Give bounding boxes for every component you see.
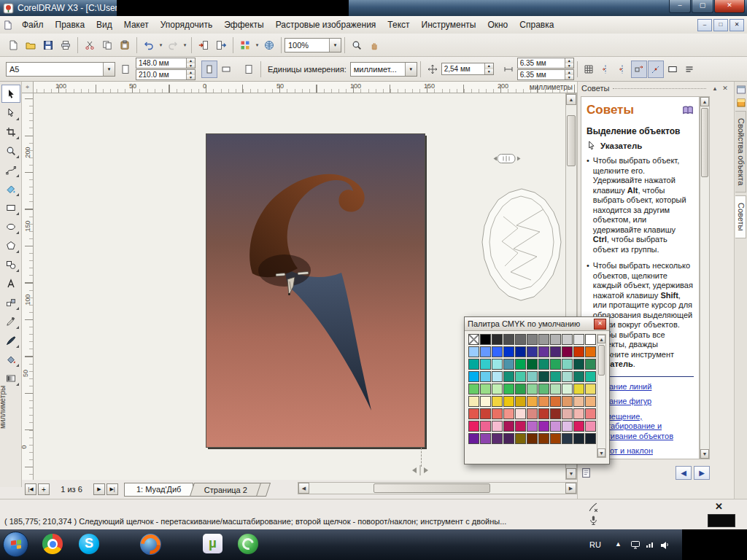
- color-swatch[interactable]: [492, 371, 503, 382]
- color-swatch[interactable]: [503, 334, 514, 345]
- nudge-field[interactable]: 2,54 мм▲▼: [441, 63, 494, 75]
- color-swatch[interactable]: [515, 359, 526, 370]
- color-swatch[interactable]: [515, 396, 526, 407]
- start-button[interactable]: [3, 532, 28, 557]
- crop-tool[interactable]: [1, 122, 20, 141]
- color-swatch[interactable]: [480, 396, 491, 407]
- color-swatch[interactable]: [585, 334, 596, 345]
- color-swatch[interactable]: [538, 346, 549, 357]
- color-swatch[interactable]: [562, 371, 573, 382]
- copy-button[interactable]: [98, 36, 116, 54]
- scroll-down-button[interactable]: ▼: [566, 468, 576, 479]
- color-swatch[interactable]: [550, 408, 561, 419]
- zoom-levels-button[interactable]: [348, 36, 365, 54]
- docker-window-icon[interactable]: [736, 85, 746, 95]
- color-swatch[interactable]: [585, 433, 596, 444]
- color-swatch[interactable]: [573, 396, 584, 407]
- color-swatch[interactable]: [515, 433, 526, 444]
- color-swatch[interactable]: [503, 396, 514, 407]
- paper-preset-combo-arrow-icon[interactable]: ▾: [103, 63, 115, 76]
- color-swatch[interactable]: [492, 346, 503, 357]
- canvas-horizontal-scrollbar[interactable]: ◀ ▶: [298, 482, 577, 494]
- smart-fill-tool[interactable]: [1, 179, 20, 198]
- color-swatch[interactable]: [468, 359, 479, 370]
- menu-item[interactable]: Растровые изображения: [270, 17, 382, 33]
- palette-close-icon[interactable]: ✕: [594, 319, 606, 330]
- palette-scroll-down[interactable]: ▼: [597, 448, 605, 457]
- color-swatch[interactable]: [503, 408, 514, 419]
- color-swatch[interactable]: [550, 433, 561, 444]
- network-tray-icon[interactable]: [645, 540, 655, 550]
- color-swatch[interactable]: [503, 421, 514, 432]
- last-page-button[interactable]: ▶|: [107, 483, 118, 495]
- color-swatch[interactable]: [573, 346, 584, 357]
- docker-drag-area[interactable]: [613, 88, 706, 89]
- color-swatch[interactable]: [527, 346, 538, 357]
- close-button[interactable]: ✕: [714, 0, 745, 13]
- color-swatch[interactable]: [550, 384, 561, 394]
- color-swatch[interactable]: [492, 384, 503, 394]
- redo-button[interactable]: [164, 36, 182, 54]
- portrait-button[interactable]: [201, 61, 217, 78]
- units-combo[interactable]: миллимет...▾: [350, 62, 417, 77]
- pan-button[interactable]: [365, 36, 383, 54]
- color-swatch[interactable]: [468, 433, 479, 444]
- export-button[interactable]: [212, 36, 230, 54]
- color-swatch[interactable]: [515, 346, 526, 357]
- color-swatch[interactable]: [515, 421, 526, 432]
- docker-scroll-down[interactable]: ▼: [700, 449, 709, 459]
- dynamic-guides-button[interactable]: [648, 61, 664, 78]
- chrome-taskbar-icon[interactable]: [42, 534, 64, 556]
- docker-scroll-thumb[interactable]: [701, 108, 708, 177]
- color-swatch[interactable]: [538, 334, 549, 345]
- wireframe-globe[interactable]: [474, 186, 565, 317]
- color-swatch[interactable]: [538, 371, 549, 382]
- text-tool[interactable]: [1, 274, 20, 292]
- menu-item[interactable]: Правка: [50, 17, 91, 33]
- color-swatch[interactable]: [550, 396, 561, 407]
- print-button[interactable]: [57, 36, 74, 54]
- color-swatch[interactable]: [480, 384, 491, 394]
- color-swatch[interactable]: [573, 334, 584, 345]
- polygon-tool[interactable]: [1, 236, 20, 254]
- document-restore-button[interactable]: □: [713, 19, 728, 31]
- docker-close-icon[interactable]: ✕: [720, 85, 730, 92]
- slider-handle-marker[interactable]: [492, 152, 522, 166]
- firefox-taskbar-icon[interactable]: [140, 534, 162, 556]
- color-swatch[interactable]: [573, 408, 584, 419]
- page-tab-1[interactable]: 1: Муад'Диб: [124, 483, 193, 497]
- color-swatch[interactable]: [515, 384, 526, 394]
- color-swatch[interactable]: [468, 421, 479, 432]
- menu-item[interactable]: Упорядочить: [155, 17, 218, 33]
- zoom-combo[interactable]: 100%▾: [285, 38, 341, 52]
- color-swatch[interactable]: [527, 396, 538, 407]
- drawing-page[interactable]: [206, 133, 428, 451]
- color-swatch[interactable]: [573, 371, 584, 382]
- color-swatch[interactable]: [468, 384, 479, 394]
- default-units-button[interactable]: [241, 61, 257, 78]
- show-grid-button[interactable]: [581, 61, 597, 78]
- tips-notebook-icon[interactable]: [581, 467, 592, 478]
- green-app-taskbar-icon[interactable]: [238, 534, 260, 556]
- color-swatch[interactable]: [562, 408, 573, 419]
- color-swatch[interactable]: [573, 384, 584, 394]
- interactive-blend-tool[interactable]: [1, 293, 20, 311]
- horizontal-ruler[interactable]: миллиметры 10050050100150200: [34, 82, 577, 93]
- color-swatch[interactable]: [538, 408, 549, 419]
- palette-scroll-up[interactable]: ▲: [597, 335, 605, 343]
- color-swatch[interactable]: [503, 359, 514, 370]
- palette-titlebar[interactable]: Палитра CMYK по умолчанию ✕: [465, 317, 609, 331]
- pick-tool[interactable]: [1, 85, 20, 103]
- document-minimize-button[interactable]: –: [697, 19, 712, 31]
- display-tray-icon[interactable]: [630, 540, 640, 550]
- color-swatch[interactable]: [480, 359, 491, 370]
- paste-button[interactable]: [116, 36, 133, 54]
- paper-height-field[interactable]: 210.0 мм▲▼: [136, 69, 196, 80]
- palette-scroll-thumb[interactable]: [598, 345, 605, 376]
- shape-tool[interactable]: [1, 104, 20, 122]
- paper-width-field[interactable]: 148.0 мм▲▼: [136, 58, 196, 69]
- corel-online-button[interactable]: [260, 36, 278, 54]
- color-swatch[interactable]: [492, 408, 503, 419]
- palette-swatch-icon[interactable]: [736, 98, 746, 108]
- color-swatch[interactable]: [573, 433, 584, 444]
